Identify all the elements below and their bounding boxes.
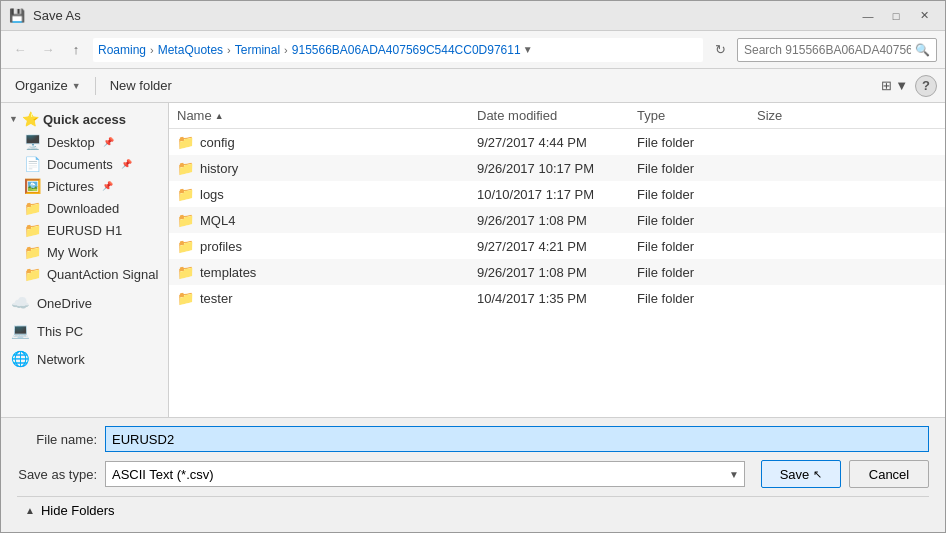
- table-row[interactable]: 📁tester 10/4/2017 1:35 PM File folder: [169, 285, 945, 311]
- col-name-label: Name: [177, 108, 212, 123]
- folder-icon: 📁: [177, 160, 194, 176]
- search-box: 🔍: [737, 38, 937, 62]
- folder-icon: 📁: [177, 238, 194, 254]
- file-area: Name ▲ Date modified Type Size 📁config 9…: [169, 103, 945, 417]
- breadcrumb-id: 915566BA06ADA407569C544CC0D97611: [292, 43, 521, 57]
- bottom-bar: File name: Save as type: ASCII Text (*.c…: [1, 417, 945, 532]
- toolbar: Organize ▼ New folder ⊞ ▼ ?: [1, 69, 945, 103]
- col-type-label: Type: [637, 108, 665, 123]
- quick-access-label: Quick access: [43, 112, 126, 127]
- folder-icon: 📁: [177, 134, 194, 150]
- help-button[interactable]: ?: [915, 75, 937, 97]
- maximize-button[interactable]: □: [883, 6, 909, 26]
- filename-input[interactable]: [105, 426, 929, 452]
- quick-access-header[interactable]: ▼ ⭐ Quick access: [1, 107, 168, 131]
- sidebar-item-downloaded[interactable]: 📁 Downloaded: [1, 197, 168, 219]
- table-row[interactable]: 📁config 9/27/2017 4:44 PM File folder: [169, 129, 945, 155]
- dialog-icon: 💾: [9, 8, 25, 24]
- forward-button[interactable]: →: [37, 39, 59, 61]
- file-header: Name ▲ Date modified Type Size: [169, 103, 945, 129]
- cursor-icon: ↖: [813, 468, 822, 481]
- savetype-wrapper: ASCII Text (*.csv) CSV (*.csv) All Files…: [105, 461, 745, 487]
- sidebar-item-desktop[interactable]: 🖥️ Desktop 📌: [1, 131, 168, 153]
- table-row[interactable]: 📁MQL4 9/26/2017 1:08 PM File folder: [169, 207, 945, 233]
- eurusd-label: EURUSD H1: [47, 223, 122, 238]
- organize-label: Organize: [15, 78, 68, 93]
- quantaction-label: QuantAction Signal: [47, 267, 158, 282]
- col-header-name[interactable]: Name ▲: [177, 108, 477, 123]
- downloaded-label: Downloaded: [47, 201, 119, 216]
- mywork-label: My Work: [47, 245, 98, 260]
- col-date-label: Date modified: [477, 108, 557, 123]
- sidebar-item-mywork[interactable]: 📁 My Work: [1, 241, 168, 263]
- pin-icon-pictures: 📌: [102, 181, 113, 191]
- quick-access-arrow: ▼: [9, 114, 18, 124]
- folder-icon: 📁: [177, 290, 194, 306]
- pin-icon-documents: 📌: [121, 159, 132, 169]
- hide-folders-arrow: ▲: [25, 505, 35, 516]
- col-size-label: Size: [757, 108, 782, 123]
- sidebar-item-pictures[interactable]: 🖼️ Pictures 📌: [1, 175, 168, 197]
- cancel-button[interactable]: Cancel: [849, 460, 929, 488]
- new-folder-label: New folder: [110, 78, 172, 93]
- quick-access-section: ▼ ⭐ Quick access 🖥️ Desktop 📌 📄 Document…: [1, 107, 168, 285]
- back-button[interactable]: ←: [9, 39, 31, 61]
- sidebar-item-documents[interactable]: 📄 Documents 📌: [1, 153, 168, 175]
- new-folder-button[interactable]: New folder: [104, 75, 178, 96]
- sidebar-item-eurusd[interactable]: 📁 EURUSD H1: [1, 219, 168, 241]
- title-bar: 💾 Save As — □ ✕: [1, 1, 945, 31]
- savetype-row: Save as type: ASCII Text (*.csv) CSV (*.…: [17, 460, 929, 488]
- col-header-size[interactable]: Size: [757, 108, 837, 123]
- folder-icon: 📁: [177, 212, 194, 228]
- downloaded-icon: 📁: [23, 200, 41, 216]
- savetype-label: Save as type:: [17, 467, 97, 482]
- sidebar-item-network[interactable]: 🌐 Network: [1, 345, 168, 373]
- savetype-select[interactable]: ASCII Text (*.csv) CSV (*.csv) All Files…: [105, 461, 745, 487]
- title-bar-controls: — □ ✕: [855, 6, 937, 26]
- save-button[interactable]: Save ↖: [761, 460, 841, 488]
- up-button[interactable]: ↑: [65, 39, 87, 61]
- breadcrumb-roaming: Roaming: [98, 43, 146, 57]
- thispc-label: This PC: [37, 324, 83, 339]
- folder-icon: 📁: [177, 264, 194, 280]
- table-row[interactable]: 📁profiles 9/27/2017 4:21 PM File folder: [169, 233, 945, 259]
- table-row[interactable]: 📁logs 10/10/2017 1:17 PM File folder: [169, 181, 945, 207]
- hide-folders-label: Hide Folders: [41, 503, 115, 518]
- mywork-icon: 📁: [23, 244, 41, 260]
- search-icon: 🔍: [915, 43, 930, 57]
- sidebar-item-quantaction[interactable]: 📁 QuantAction Signal: [1, 263, 168, 285]
- organize-chevron: ▼: [72, 81, 81, 91]
- col-header-date[interactable]: Date modified: [477, 108, 637, 123]
- table-row[interactable]: 📁templates 9/26/2017 1:08 PM File folder: [169, 259, 945, 285]
- toolbar-separator: [95, 77, 96, 95]
- close-button[interactable]: ✕: [911, 6, 937, 26]
- search-input[interactable]: [744, 43, 911, 57]
- minimize-button[interactable]: —: [855, 6, 881, 26]
- quick-access-icon: ⭐: [22, 111, 39, 127]
- title-bar-left: 💾 Save As: [9, 8, 81, 24]
- breadcrumb-terminal: Terminal: [235, 43, 280, 57]
- sidebar-item-thispc[interactable]: 💻 This PC: [1, 317, 168, 345]
- pictures-icon: 🖼️: [23, 178, 41, 194]
- sort-arrow-name: ▲: [215, 111, 224, 121]
- col-header-type[interactable]: Type: [637, 108, 757, 123]
- network-label: Network: [37, 352, 85, 367]
- quantaction-icon: 📁: [23, 266, 41, 282]
- save-label: Save: [780, 467, 810, 482]
- documents-icon: 📄: [23, 156, 41, 172]
- hide-folders-row[interactable]: ▲ Hide Folders: [17, 496, 929, 524]
- pin-icon-desktop: 📌: [103, 137, 114, 147]
- folder-icon: 📁: [177, 186, 194, 202]
- thispc-icon: 💻: [9, 322, 31, 340]
- main-area: ▼ ⭐ Quick access 🖥️ Desktop 📌 📄 Document…: [1, 103, 945, 417]
- table-row[interactable]: 📁history 9/26/2017 10:17 PM File folder: [169, 155, 945, 181]
- address-bar: ← → ↑ Roaming › MetaQuotes › Terminal › …: [1, 31, 945, 69]
- view-toggle-button[interactable]: ⊞ ▼: [878, 75, 911, 96]
- breadcrumb[interactable]: Roaming › MetaQuotes › Terminal › 915566…: [93, 38, 703, 62]
- sidebar-item-onedrive[interactable]: ☁️ OneDrive: [1, 289, 168, 317]
- dialog-title: Save As: [33, 8, 81, 23]
- save-as-dialog: 💾 Save As — □ ✕ ← → ↑ Roaming › MetaQuot…: [0, 0, 946, 533]
- refresh-button[interactable]: ↻: [709, 39, 731, 61]
- network-icon: 🌐: [9, 350, 31, 368]
- organize-button[interactable]: Organize ▼: [9, 75, 87, 96]
